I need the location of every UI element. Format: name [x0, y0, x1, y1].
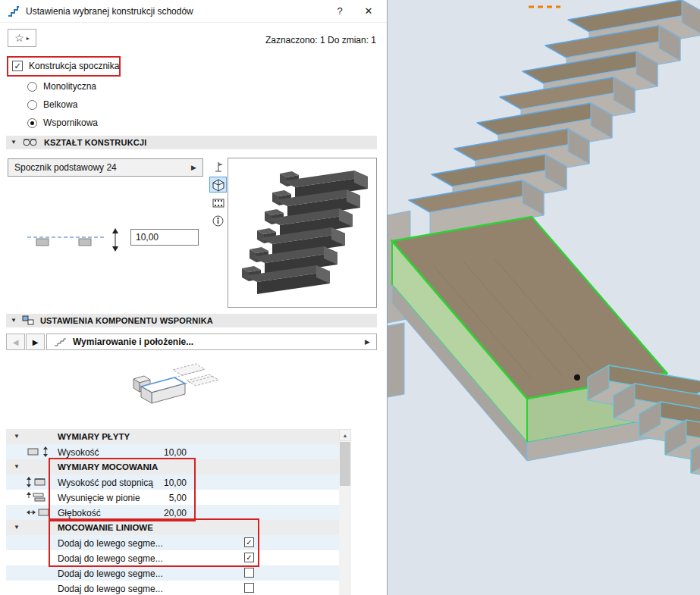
dropdown-value: Spocznik podstawowy 24 [14, 162, 187, 173]
table-group-wymiary-mocowania[interactable]: ▼ WYMIARY MOCOWANIA [6, 459, 339, 474]
3d-view-button[interactable] [209, 177, 227, 193]
nav-prev-button[interactable]: ◀ [6, 334, 25, 350]
component-preview-icon [127, 356, 218, 426]
table-row-dodaj-segment-4[interactable]: Dodaj do lewego segme... [6, 581, 339, 595]
cube-icon [212, 178, 225, 192]
radio-monolityczna[interactable]: Monolityczna [27, 80, 96, 92]
property-value[interactable]: 20,00 [118, 508, 187, 518]
table-row-wysuniecie-w-pionie[interactable]: Wysunięcie w pionie 5,00 [6, 490, 339, 505]
table-group-wymiary-plyty[interactable]: ▼ WYMIARY PŁYTY [6, 429, 339, 444]
property-value[interactable]: 5,00 [118, 493, 187, 503]
property-label: Dodaj do lewego segme... [58, 584, 163, 594]
radio-circle[interactable] [27, 118, 37, 128]
scroll-up-icon: ▲ [343, 433, 348, 438]
favorites-button[interactable]: ☆ ▸ [8, 29, 36, 47]
table-row-dodaj-segment-1[interactable]: Dodaj do lewego segme... ✓ [6, 535, 339, 550]
film-strip-icon [212, 198, 225, 208]
radio-circle[interactable] [27, 82, 37, 92]
selection-hotspot-dot [574, 374, 580, 380]
shape-icon [22, 137, 39, 148]
cantilever-steps-preview [228, 158, 376, 307]
structure-preview-pane[interactable] [228, 158, 377, 308]
info-icon [212, 215, 224, 227]
table-scrollbar[interactable]: ▲ [339, 429, 351, 595]
radio-label: Wspornikowa [43, 117, 98, 128]
dropdown-arrow-icon: ▶ [191, 164, 196, 171]
collapse-icon[interactable]: ▼ [11, 318, 17, 324]
dialog-title: Ustawienia wybranej konstrukcji schodów [26, 6, 193, 17]
info-view-button[interactable] [209, 213, 227, 229]
table-group-mocowanie-liniowe[interactable]: ▼ MOCOWANIE LINIOWE [6, 520, 339, 535]
scrollbar-thumb[interactable] [340, 442, 350, 486]
height-schematic-icon [26, 227, 126, 254]
radio-wspornikowa[interactable]: Wspornikowa [27, 117, 98, 129]
landing-structure-checkbox[interactable]: ✓ Konstrukcja spocznika [12, 61, 119, 71]
nav-right-icon: ▶ [33, 338, 39, 346]
collapse-icon[interactable]: ▼ [14, 525, 20, 531]
radio-circle[interactable] [27, 100, 37, 110]
floor-plan-icon [212, 161, 224, 173]
landing-type-dropdown[interactable]: Spocznik podstawowy 24 ▶ [8, 158, 203, 177]
landing-height-input[interactable] [130, 229, 199, 246]
row-checkbox[interactable]: ✓ [244, 537, 254, 547]
vertical-offset-icon [26, 492, 55, 503]
table-row-dodaj-segment-2[interactable]: Dodaj do lewego segme... ✓ [6, 550, 339, 565]
height-under-tread-icon [26, 477, 55, 487]
help-button[interactable]: ? [328, 5, 351, 17]
dialog-titlebar[interactable]: Ustawienia wybranej konstrukcji schodów … [0, 0, 388, 23]
star-icon: ☆ [14, 33, 24, 43]
checkbox-box[interactable]: ✓ [12, 61, 23, 71]
section-header-component[interactable]: ▼ USTAWIENIA KOMPONENTU WSPORNIKA [6, 314, 377, 327]
component-icon [22, 315, 35, 326]
floor-plan-view-button[interactable] [209, 158, 227, 174]
check-icon: ✓ [246, 539, 252, 546]
radio-label: Monolityczna [43, 81, 96, 92]
property-value[interactable]: 10,00 [118, 478, 187, 488]
table-row-wysokosc[interactable]: Wysokość 10,00 [6, 444, 339, 459]
table-row-dodaj-segment-3[interactable]: Dodaj do lewego segme... [6, 565, 339, 581]
property-label: Głębokość [58, 508, 101, 518]
check-icon: ✓ [14, 62, 20, 70]
group-title: WYMIARY MOCOWANIA [58, 462, 158, 471]
row-checkbox[interactable] [244, 568, 254, 578]
group-title: WYMIARY PŁYTY [58, 432, 130, 441]
row-checkbox[interactable] [244, 583, 254, 593]
height-icon [26, 446, 55, 457]
row-checkbox[interactable]: ✓ [244, 553, 254, 562]
table-row-glebokosc[interactable]: Głębokość 20,00 [6, 505, 339, 520]
property-label: Dodaj do lewego segme... [58, 568, 163, 579]
property-label: Wysokość [58, 447, 99, 458]
collapse-icon[interactable]: ▼ [14, 434, 20, 440]
stair-settings-icon [8, 5, 20, 17]
star-menu-arrow-icon: ▸ [27, 35, 30, 42]
section-view-button[interactable] [209, 195, 227, 211]
collapse-icon[interactable]: ▼ [14, 464, 20, 470]
table-row-wysokosc-pod-stopnica[interactable]: Wysokość pod stopnicą 10,00 [6, 474, 339, 490]
group-title: MOCOWANIE LINIOWE [58, 523, 153, 532]
nav-next-button[interactable]: ▶ [26, 334, 45, 350]
property-label: Dodaj do lewego segme... [58, 538, 163, 549]
scroll-up-button[interactable]: ▲ [339, 429, 351, 441]
stairs-3d-render [388, 0, 700, 595]
checkbox-label: Konstrukcja spocznika [29, 61, 119, 71]
collapse-icon[interactable]: ▼ [11, 139, 17, 146]
selection-status: Zaznaczono: 1 Do zmian: 1 [265, 35, 376, 45]
nav-left-icon: ◀ [13, 338, 19, 346]
preview-mode-stack [209, 158, 227, 229]
component-page-selector[interactable]: Wymiarowanie i położenie... ▶ [46, 334, 377, 350]
3d-viewport[interactable] [388, 0, 700, 595]
component-page-label: Wymiarowanie i położenie... [73, 337, 359, 347]
close-button[interactable]: ✕ [357, 5, 380, 17]
section-header-shape[interactable]: ▼ KSZTAŁT KONSTRUKCJI [6, 136, 377, 149]
stair-settings-dialog: Ustawienia wybranej konstrukcji schodów … [0, 0, 388, 595]
property-value[interactable]: 10,00 [118, 447, 187, 458]
radio-belkowa[interactable]: Belkowa [27, 99, 77, 111]
app-window: Ustawienia wybranej konstrukcji schodów … [0, 0, 700, 595]
depth-icon [26, 507, 55, 518]
property-label: Dodaj do lewego segme... [58, 553, 163, 564]
section-title: KSZTAŁT KONSTRUKCJI [44, 138, 147, 147]
check-icon: ✓ [246, 554, 252, 562]
section-title: USTAWIENIA KOMPONENTU WSPORNIKA [40, 316, 213, 325]
properties-table: ▼ WYMIARY PŁYTY Wysokość 10,00 ▼ WYMIARY… [6, 429, 339, 595]
component-nav-icon [53, 337, 67, 347]
